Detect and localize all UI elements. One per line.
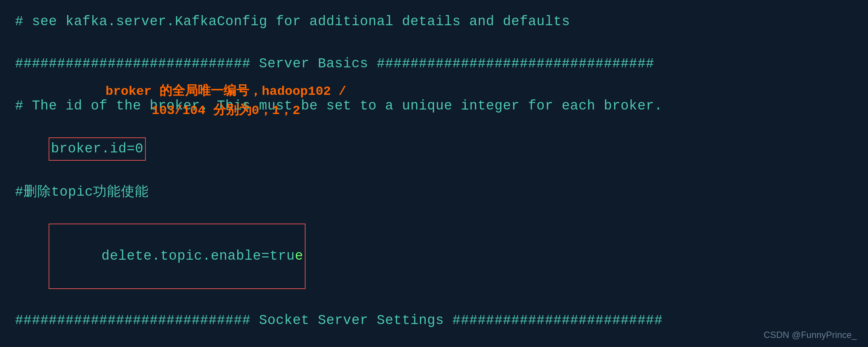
line-1: # see kafka.server.KafkaConfig for addit… [15, 11, 853, 32]
broker-id-box: broker.id=0 [49, 137, 146, 161]
annotation-line2: 103/104 分别为0，1，2 [151, 103, 300, 118]
empty-line-3 [15, 331, 853, 347]
line-socket-settings: ############################ Socket Serv… [15, 310, 853, 331]
line-server-basics: ############################ Server Basi… [15, 53, 853, 75]
code-container: # see kafka.server.KafkaConfig for addit… [0, 0, 868, 347]
annotation-line1: broker 的全局唯一编号，hadoop102 / [105, 84, 346, 99]
line-delete-topic: delete.topic.enable=true [15, 203, 853, 310]
line-delete-comment: #删除topic功能使能 [15, 182, 853, 203]
delete-topic-text: delete.topic.enable=tru [101, 248, 295, 264]
annotation-bubble: broker 的全局唯一编号，hadoop102 / 103/104 分别为0，… [105, 82, 346, 120]
watermark: CSDN @FunnyPrince_ [764, 330, 857, 340]
line-broker-id: broker.id=0 [15, 116, 853, 181]
empty-line-1 [15, 32, 853, 53]
delete-topic-box: delete.topic.enable=true [49, 224, 306, 289]
delete-topic-green-char: e [295, 248, 303, 264]
